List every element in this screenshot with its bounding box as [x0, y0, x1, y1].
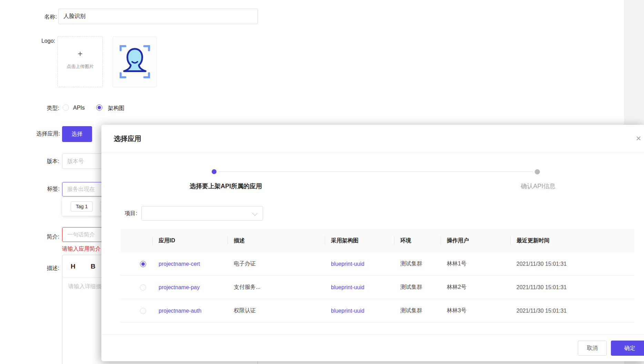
steps-connector: [219, 171, 533, 172]
description-field-label: 描述:: [4, 265, 59, 272]
bold-button[interactable]: B: [91, 255, 95, 278]
step2-label: 确认API信息: [511, 182, 566, 190]
app-desc: 支付服务...: [228, 276, 325, 299]
select-app-field-label: 选择应用:: [5, 130, 60, 138]
col-updated: 最近更新时间: [510, 229, 634, 252]
row2-radio[interactable]: [140, 284, 146, 291]
header-radio-col: [121, 229, 152, 252]
modal-header: 选择应用 ×: [101, 125, 644, 152]
table-row: projectname-pay 支付服务... blueprint-uuid 测…: [121, 276, 634, 299]
app-desc: 电子办证: [228, 252, 325, 276]
name-input[interactable]: [58, 9, 258, 24]
app-updated: 2021/11/30 15:01:31: [510, 299, 634, 323]
modal-title: 选择应用: [114, 125, 141, 152]
app-id-link[interactable]: projectname-cert: [159, 261, 200, 267]
app-operator: 林林3号: [441, 299, 510, 323]
app-env: 测试集群: [394, 252, 441, 276]
blueprint-link[interactable]: blueprint-uuid: [331, 261, 364, 267]
tags-field-label: 标签:: [4, 185, 60, 193]
col-blueprint: 采用架构图: [325, 229, 394, 252]
select-app-modal: 选择应用 × 选择要上架API所属的应用 确认API信息 项目: 应用ID 描述…: [101, 125, 644, 361]
col-env: 环境: [394, 229, 441, 252]
upload-hint: 点击上传图片: [58, 63, 102, 70]
table-header-row: 应用ID 描述 采用架构图 环境 操作用户 最近更新时间: [121, 229, 634, 252]
step1-label: 选择要上架API所属的应用: [181, 182, 271, 190]
page: 名称: Logo: + 点击上传图片 类型: APIs 架构图 选择应用: 选择…: [0, 0, 644, 364]
step1-dot-icon: [212, 169, 217, 174]
logo-preview[interactable]: [113, 36, 157, 87]
col-app-id: 应用ID: [152, 229, 228, 252]
radio-type-blueprint-label[interactable]: 架构图: [108, 105, 124, 112]
app-desc: 权限认证: [228, 299, 325, 323]
logo-field-label: Logo:: [28, 38, 55, 44]
app-updated: 2021/11/30 15:01:31: [510, 276, 634, 299]
face-scan-icon: [118, 43, 152, 81]
cancel-button[interactable]: 取消: [578, 341, 607, 356]
name-field-label: 名称:: [29, 13, 57, 21]
app-id-link[interactable]: projectname-pay: [159, 284, 200, 291]
app-env: 测试集群: [394, 299, 441, 323]
app-table: 应用ID 描述 采用架构图 环境 操作用户 最近更新时间 projectname…: [121, 229, 634, 323]
app-operator: 林林2号: [441, 276, 510, 299]
table-row: projectname-auth 权限认证 blueprint-uuid 测试集…: [121, 299, 634, 323]
type-field-label: 类型:: [29, 105, 59, 112]
project-field-label: 项目:: [112, 210, 137, 217]
row3-radio[interactable]: [140, 308, 146, 314]
select-app-button[interactable]: 选择: [62, 126, 92, 142]
col-operator: 操作用户: [441, 229, 510, 252]
footer-divider: [101, 334, 644, 335]
col-desc: 描述: [228, 229, 325, 252]
heading-button[interactable]: H: [71, 255, 76, 278]
blueprint-link[interactable]: blueprint-uuid: [331, 308, 364, 314]
project-select[interactable]: [141, 206, 263, 221]
radio-type-apis[interactable]: [63, 104, 69, 111]
tag-chip[interactable]: Tag 1: [71, 201, 93, 212]
app-env: 测试集群: [394, 276, 441, 299]
plus-icon: +: [58, 49, 102, 59]
radio-type-apis-label[interactable]: APIs: [73, 105, 85, 111]
confirm-button[interactable]: 确定: [611, 341, 644, 356]
table-row: projectname-cert 电子办证 blueprint-uuid 测试集…: [121, 252, 634, 276]
radio-type-blueprint[interactable]: [96, 104, 102, 111]
app-operator: 林林1号: [441, 252, 510, 276]
blueprint-link[interactable]: blueprint-uuid: [331, 284, 364, 291]
intro-error-message: 请输入应用简介: [62, 245, 101, 253]
app-id-link[interactable]: projectname-auth: [159, 308, 202, 314]
version-field-label: 版本:: [4, 158, 59, 165]
logo-upload-box[interactable]: + 点击上传图片: [58, 36, 103, 87]
app-updated: 2021/11/30 15:01:31: [510, 252, 634, 276]
intro-field-label: 简介:: [4, 233, 59, 241]
close-icon[interactable]: ×: [632, 132, 644, 145]
step2-dot-icon: [535, 169, 540, 174]
row1-radio[interactable]: [140, 261, 146, 267]
